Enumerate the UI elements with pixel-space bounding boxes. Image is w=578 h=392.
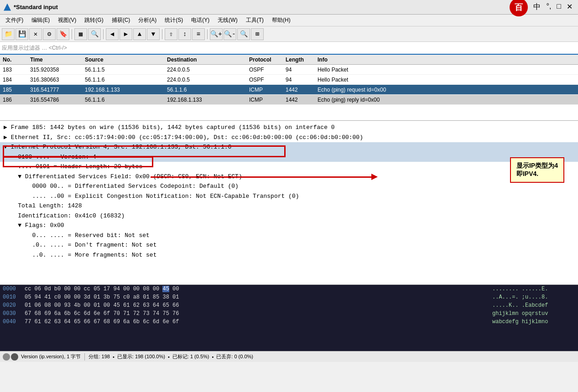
detail-line: 0... .... = Reserved bit: Not set [0,231,578,241]
title-ctrl-3[interactable]: □ [555,2,563,12]
cell-no: 186 [0,97,27,103]
filter-bar: 应用显示过滤器 … <Ctrl-/> [0,42,578,55]
detail-line: 0100 .... = Version: 4 [0,152,578,162]
title-ctrl-2[interactable]: °, [544,2,553,12]
menu-phone[interactable]: 电话(Y) [187,15,213,25]
packet-row[interactable]: 185 316.541777 192.168.1.133 56.1.1.6 IC… [0,85,578,95]
status-version: Version (ip.version), 1 字节 [21,353,81,360]
cell-no: 184 [0,77,27,83]
status-bullet-3: • [212,354,213,360]
status-icon-2 [11,353,18,361]
detail-panel: 显示IP类型为4 即IPV4. ▶ Frame 185: 1442 bytes … [0,121,578,285]
app-icon [4,4,11,11]
annotation-line1: 显示IP类型为4 [516,162,558,170]
packet-list-header: No. Time Source Destination Protocol Len… [0,55,578,65]
packet-row[interactable]: 184 316.380663 56.1.1.6 224.0.0.5 OSPF 9… [0,75,578,85]
cell-proto: OSPF [246,77,283,83]
tb-filter2[interactable]: ↕ [178,28,191,40]
cell-dst: 224.0.0.5 [164,67,246,73]
hex-offset: 0020 [0,302,23,309]
tb-align[interactable]: ≡ [192,28,205,40]
cell-src: 192.168.1.133 [82,87,164,93]
cell-time: 315.920358 [27,67,82,73]
tb-zoom-out[interactable]: 🔍- [224,28,236,40]
col-header-proto: Protocol [246,57,283,63]
status-bullet-1: • [113,354,115,360]
hex-ascii: ..A...=. ;u....8. [487,294,578,300]
status-sep-1 [84,353,85,361]
detail-lines-container: ▶ Frame 185: 1442 bytes on wire (11536 b… [0,123,578,260]
detail-line: .0.. .... = Don't fragment: Not set [0,240,578,250]
detail-line: 0000 00.. = Differentiated Services Code… [0,181,578,191]
tb-next[interactable]: ▶ [120,28,132,40]
hex-ascii: ghijklmn opqrstuv [487,310,578,317]
cell-info: Hello Packet [315,77,578,83]
menu-wireless[interactable]: 无线(W) [214,15,241,25]
menu-view[interactable]: 视图(V) [54,15,80,25]
menu-help[interactable]: 帮助(H) [268,15,294,25]
tb-down[interactable]: ▼ [147,28,160,40]
detail-line[interactable]: ▼ Internet Protocol Version 4, Src: 192.… [0,142,578,152]
title-ctrl-4[interactable]: ✕ [565,2,574,12]
detail-line[interactable]: ▶ Frame 185: 1442 bytes on wire (11536 b… [0,123,578,133]
cell-dst: 56.1.1.6 [164,87,246,93]
tb-settings[interactable]: ⚙ [43,28,56,40]
hex-bytes: 67 68 69 6a 6b 6c 6d 6e 6f 70 71 72 73 7… [23,310,487,317]
tb-search[interactable]: 🔍 [88,28,101,40]
hex-offset: 0010 [0,294,23,300]
cell-len: 94 [283,67,315,73]
detail-line[interactable]: ▼ Flags: 0x00 [0,221,578,231]
tb-layout[interactable]: ⊞ [251,28,264,40]
detail-line: Identification: 0x41c0 (16832) [0,211,578,221]
status-icon-1 [3,353,10,361]
detail-line: .... 0101 = Header Length: 20 bytes [0,162,578,172]
cell-src: 56.1.1.6 [82,97,164,103]
detail-line: .... ..00 = Explicit Congestion Notifica… [0,191,578,201]
annotation-line2: 即IPV4. [516,170,558,178]
menu-jump[interactable]: 跳转(G) [81,15,107,25]
col-header-time: Time [27,57,82,63]
filter-input[interactable]: 应用显示过滤器 … <Ctrl-/> [2,44,576,52]
packet-row[interactable]: 186 316.554786 56.1.1.6 192.168.1.133 IC… [0,95,578,105]
cell-dst: 224.0.0.5 [164,77,246,83]
tb-open[interactable]: 📁 [2,28,15,40]
detail-line[interactable]: ▶ Ethernet II, Src: cc:05:17:94:00:00 (c… [0,133,578,143]
menu-analyze[interactable]: 分析(A) [135,15,160,25]
menu-tools[interactable]: 工具(T) [242,15,267,25]
tb-zoom-in[interactable]: 🔍+ [210,28,223,40]
tb-up[interactable]: ▲ [133,28,146,40]
cell-proto: ICMP [246,97,283,103]
menu-capture[interactable]: 捕获(C) [108,15,134,25]
hex-offset: 0030 [0,310,23,317]
hex-bytes: 05 94 41 c0 00 00 3d 01 3b 75 c0 a8 01 8… [23,294,487,300]
hex-row: 0000 cc 06 0d b0 00 00 cc 05 17 94 00 00… [0,285,578,293]
toolbar: 📁 💾 ✕ ⚙ 🔖 ▦ 🔍 ◀ ▶ ▲ ▼ ⇧ ↕ ≡ 🔍+ 🔍- 🔍 ⊞ [0,26,578,42]
tb-filter1[interactable]: ⇧ [165,28,177,40]
menu-file[interactable]: 文件(F) [2,15,27,25]
menu-edit[interactable]: 编辑(E) [28,15,53,25]
hex-row: 0020 01 06 08 00 93 4b 00 01 00 45 61 62… [0,301,578,309]
cell-time: 316.554786 [27,97,82,103]
tb-sep3 [162,29,162,39]
tb-grid[interactable]: ▦ [74,28,87,40]
tb-zoom-reset[interactable]: 🔍 [237,28,250,40]
menu-bar: 文件(F) 编辑(E) 视图(V) 跳转(G) 捕获(C) 分析(A) 统计(S… [0,15,578,26]
title-ctrl-1[interactable]: 中 [531,2,542,12]
annotation-box: 显示IP类型为4 即IPV4. [510,157,564,183]
tb-save[interactable]: 💾 [16,28,28,40]
cell-info: Echo (ping) request id=0x00 [315,87,578,93]
window-title: *Standard input [14,4,58,10]
tb-prev[interactable]: ◀ [106,28,119,40]
title-bar-left: *Standard input [4,4,58,11]
packet-rows-container: 183 315.920358 56.1.1.5 224.0.0.5 OSPF 9… [0,65,578,105]
title-controls: 中 °, □ ✕ [531,2,574,12]
cell-len: 1442 [283,97,315,103]
tb-sep2 [103,29,104,39]
tb-close[interactable]: ✕ [29,28,42,40]
tb-bookmark[interactable]: 🔖 [57,28,69,40]
menu-stats[interactable]: 统计(S) [161,15,187,25]
detail-line: ..0. .... = More fragments: Not set [0,250,578,260]
hex-row: 0030 67 68 69 6a 6b 6c 6d 6e 6f 70 71 72… [0,309,578,318]
packet-row[interactable]: 183 315.920358 56.1.1.5 224.0.0.5 OSPF 9… [0,65,578,75]
cell-time: 316.541777 [27,87,82,93]
